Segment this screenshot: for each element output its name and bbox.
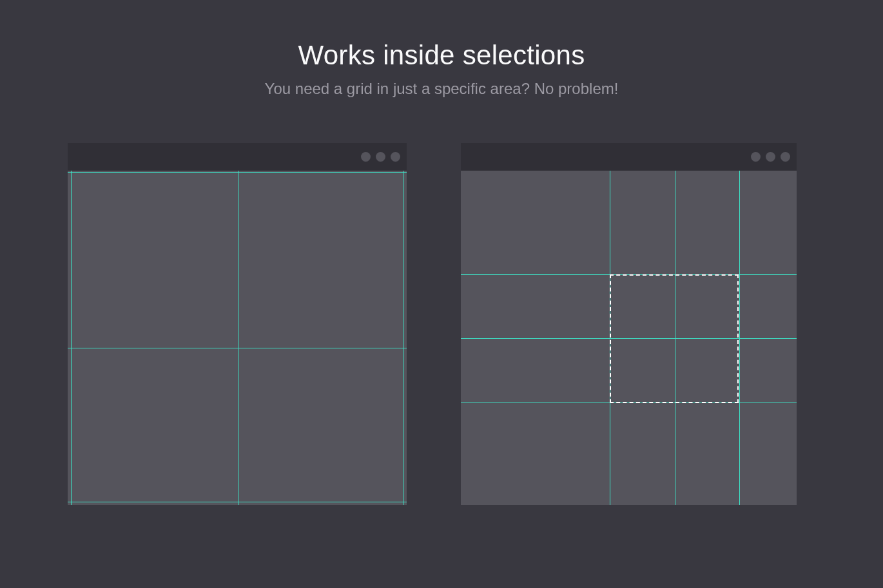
guide-vertical [739, 171, 740, 505]
window-dot-icon [781, 152, 790, 162]
titlebar [68, 143, 407, 171]
window-controls [751, 143, 790, 171]
window-dot-icon [391, 152, 400, 162]
page-subtitle: You need a grid in just a specific area?… [0, 71, 883, 98]
window-dot-icon [361, 152, 371, 162]
selection-marquee[interactable] [610, 274, 739, 403]
guide-vertical [71, 171, 72, 505]
guide-horizontal [68, 172, 407, 173]
window-dot-icon [751, 152, 761, 162]
guide-vertical [403, 171, 403, 505]
guide-vertical [238, 171, 238, 505]
guide-horizontal [68, 502, 407, 502]
example-window-right [461, 143, 797, 505]
window-controls [361, 143, 400, 171]
titlebar [461, 143, 797, 171]
guide-horizontal [68, 348, 407, 348]
example-window-left [68, 143, 407, 505]
window-dot-icon [376, 152, 385, 162]
page-title: Works inside selections [0, 0, 883, 71]
window-dot-icon [766, 152, 775, 162]
